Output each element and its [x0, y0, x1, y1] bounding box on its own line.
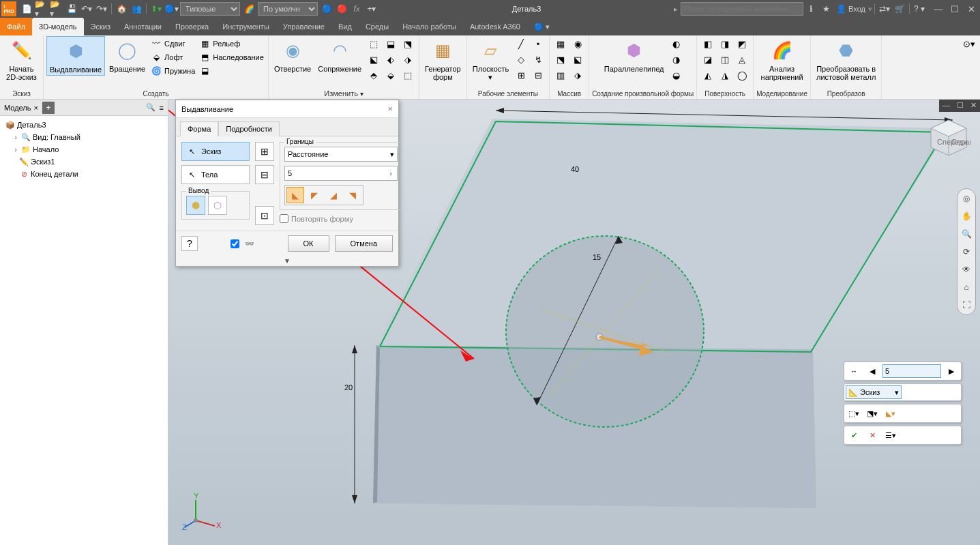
start-sketch-button[interactable]: ✏️Начать 2D-эскиз [3, 36, 40, 83]
mod-icon-4[interactable]: ⬕ [366, 52, 382, 67]
work-icon-6[interactable]: ⊟ [530, 68, 546, 83]
hole-button[interactable]: ◉Отверстие [271, 36, 314, 74]
mod-icon-1[interactable]: ⬚ [366, 36, 382, 51]
work-icon-3[interactable]: ◇ [513, 52, 529, 67]
mirror-button[interactable]: ▥ [552, 68, 569, 83]
mini-output-button[interactable]: ⬚▾ [846, 406, 862, 421]
loft-button[interactable]: ⬙Лофт [149, 51, 196, 63]
derive-button[interactable]: ⬒Наследование [198, 51, 265, 63]
nav-zoom-icon[interactable]: 🔍 [960, 227, 973, 241]
mini-ok-button[interactable]: ✔ [846, 428, 862, 443]
tab-tools[interactable]: Инструменты [216, 18, 276, 35]
user-icon[interactable]: 👤 [834, 2, 848, 16]
star-icon[interactable]: ★ [819, 2, 833, 16]
surf-icon-2[interactable]: ◨ [717, 36, 733, 51]
surf-icon-5[interactable]: ◫ [717, 52, 733, 67]
nav-fs-icon[interactable]: ⛶ [960, 298, 973, 312]
extents-mode-combo[interactable]: Расстояние▾ [284, 147, 398, 162]
tab-extra[interactable]: 🔵 ▾ [527, 18, 556, 35]
repeat-checkbox[interactable]: Повторять форму [280, 214, 402, 223]
mini-arrow-left[interactable]: ◀ [864, 364, 880, 379]
tab-view[interactable]: Вид [331, 18, 359, 35]
dialog-close-button[interactable]: × [387, 104, 393, 114]
close-button[interactable]: ✕ [964, 2, 979, 16]
mini-operation-button[interactable]: ⬔▾ [864, 406, 880, 421]
direction-asym-button[interactable]: ◥ [344, 187, 361, 203]
revolve-button[interactable]: ◯Вращение [106, 36, 148, 74]
stress-analysis-button[interactable]: 🌈Анализ напряжений [758, 36, 806, 83]
undo-icon[interactable]: ↶▾ [80, 2, 93, 16]
search-browser-icon[interactable]: 🔍 [146, 103, 155, 112]
appearance-icon[interactable]: 🌈 [242, 2, 256, 16]
browser-menu-icon[interactable]: ≡ [160, 104, 164, 112]
direction-sym-button[interactable]: ◢ [325, 187, 342, 203]
select-icon[interactable]: ⬆▾ [149, 2, 163, 16]
tab-sketch[interactable]: Эскиз [84, 18, 117, 35]
maximize-button[interactable]: ☐ [947, 2, 962, 16]
tree-sketch[interactable]: ✏️Эскиз1 [1, 156, 166, 168]
operation-new-button[interactable]: ⊡ [255, 206, 274, 225]
output-solid-button[interactable]: ⬢ [186, 196, 205, 215]
mini-cancel-button[interactable]: ✕ [864, 428, 880, 443]
form-generator-button[interactable]: ▦Генератор форм [422, 36, 464, 83]
dialog-expand-handle[interactable]: ▼ [176, 256, 398, 266]
fx-icon[interactable]: fx [350, 2, 363, 16]
mod-icon-3[interactable]: ⬔ [400, 36, 416, 51]
mini-value-input[interactable] [882, 364, 941, 378]
output-surface-button[interactable]: ⬡ [208, 196, 227, 215]
browser-tab[interactable]: Модель× [4, 104, 38, 112]
add-tab-button[interactable]: + [42, 102, 55, 114]
tree-origin[interactable]: ›📁Начало [1, 143, 166, 156]
file-tab[interactable]: Файл [0, 18, 32, 35]
ucs-button[interactable]: ↯ [530, 52, 546, 67]
dialog-cancel-button[interactable]: Отмена [335, 235, 393, 252]
emboss-button[interactable]: ▦Рельеф [198, 38, 265, 50]
mod-icon-6[interactable]: ⬗ [400, 52, 416, 67]
tree-root[interactable]: 📦Деталь3 [1, 119, 166, 131]
tab-3d-model[interactable]: 3D-модель [32, 18, 83, 35]
create-more-button[interactable]: ⬓ [198, 65, 265, 77]
mini-direction-button[interactable]: ◣▾ [882, 406, 899, 421]
direction-2-button[interactable]: ◤ [306, 187, 323, 203]
work-icon-5[interactable]: ⊞ [513, 68, 529, 83]
pattern-icon-6[interactable]: ⬗ [569, 68, 586, 83]
nav-wheel-icon[interactable]: ◎ [960, 192, 973, 205]
tab-annotate[interactable]: Аннотации [117, 18, 168, 35]
nav-home-icon[interactable]: ⌂ [960, 280, 973, 294]
surf-icon-3[interactable]: ◩ [734, 36, 750, 51]
material-icon[interactable]: 🔵▾ [164, 2, 178, 16]
convert-sheet-button[interactable]: ⬣Преобразовать в листовой металл [814, 36, 878, 83]
glasses-icon[interactable]: 👓 [245, 239, 254, 248]
select-profile-button[interactable]: ↖Эскиз [181, 142, 250, 161]
exchange-icon[interactable]: ⇄▾ [878, 2, 891, 16]
axis-button[interactable]: ╱ [513, 36, 529, 51]
close-tab-icon[interactable]: × [33, 104, 38, 112]
direction-1-button[interactable]: ◣ [286, 187, 304, 203]
viewcube[interactable]: Спереди Справа [927, 116, 970, 160]
surf-icon-7[interactable]: ◭ [700, 68, 716, 83]
appearance-select[interactable]: По умолчн [258, 2, 318, 16]
dialog-help-button[interactable]: ? [181, 236, 198, 251]
mod-icon-9[interactable]: ⬚ [400, 68, 416, 83]
open2-icon[interactable]: 📂▾ [50, 2, 63, 16]
mod-icon-2[interactable]: ⬓ [383, 36, 399, 51]
freeform-icon-3[interactable]: ◒ [668, 68, 685, 83]
tree-view[interactable]: ›🔍Вид: Главный [1, 131, 166, 143]
sweep-button[interactable]: 〰Сдвиг [149, 38, 196, 50]
freeform-icon-1[interactable]: ◐ [668, 36, 685, 51]
info-icon[interactable]: ℹ [804, 2, 818, 16]
tree-end[interactable]: ⊘Конец детали [1, 168, 166, 180]
tab-inspect[interactable]: Проверка [168, 18, 216, 35]
pattern-rect-button[interactable]: ▦ [552, 36, 569, 51]
surf-icon-4[interactable]: ◪ [700, 52, 716, 67]
login-label[interactable]: Вход [848, 5, 865, 13]
minimize-button[interactable]: — [931, 2, 946, 16]
app2-icon[interactable]: 🔴 [335, 2, 348, 16]
search-input[interactable] [681, 2, 803, 16]
distance-input[interactable] [285, 169, 385, 177]
point-button[interactable]: • [530, 36, 546, 51]
extrude-button[interactable]: ⬢Выдавливание [46, 36, 105, 76]
mod-icon-5[interactable]: ⬖ [383, 52, 399, 67]
mini-profile-combo[interactable]: 📐Эскиз▾ [846, 385, 902, 399]
distance-more-button[interactable]: › [385, 169, 397, 177]
